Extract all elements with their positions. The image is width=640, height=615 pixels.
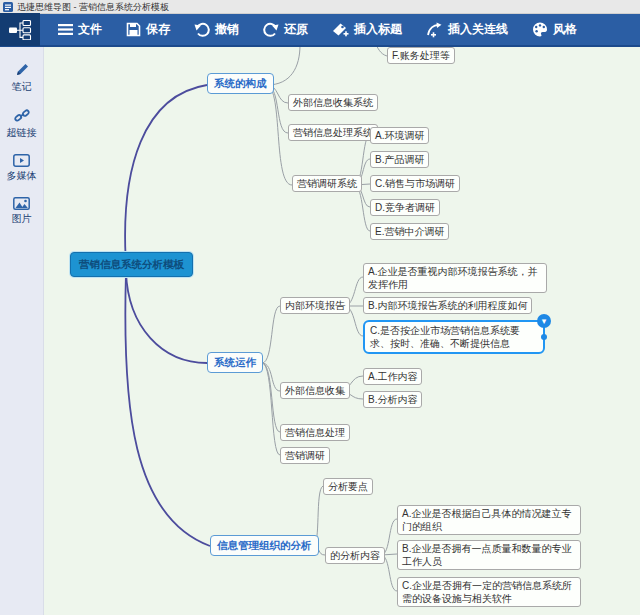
sidebar-item-hyperlink[interactable]: 超链接 [7,108,37,140]
image-icon [13,197,30,210]
left-sidebar: 笔记 超链接 多媒体 图片 [0,47,44,615]
mindmap-node-root[interactable]: 营销信息系统分析模板 [70,252,193,277]
save-button[interactable]: 保存 [118,17,178,42]
mindmap-canvas[interactable]: 营销信息系统分析模板系统的构成系统运作信息管理组织的分析F.账务处理等外部信息收… [44,47,640,615]
undo-label: 撤销 [215,21,239,38]
mindmap-node-n4[interactable]: 营销调研 [280,447,330,464]
toolbar: 文件 保存 撤销 还原 [0,14,640,47]
tag-plus-icon [332,22,349,38]
mindmap-node-b3[interactable]: 信息管理组织的分析 [210,535,319,556]
app-icon [3,2,13,12]
mindmap-node-r5[interactable]: E.营销中介调研 [370,223,449,240]
window-title: 迅捷思维导图 - 营销信息系统分析模板 [17,2,169,12]
menu-icon [58,23,73,36]
mindmap-node-n1b[interactable]: B.内部环境报告系统的利用程度如何 [363,297,532,314]
link-icon [14,108,30,124]
mindmap-node-r2[interactable]: B.产品调研 [370,151,429,168]
mindmap-node-n2b[interactable]: B.分析内容 [363,391,422,408]
file-button[interactable]: 文件 [50,17,110,42]
palette-icon [532,22,548,37]
insert-title-button[interactable]: 插入标题 [324,17,410,42]
mindmap-edge [262,306,280,363]
redo-icon [263,22,279,37]
sidebar-item-note[interactable]: 笔记 [12,63,32,94]
mindmap-node-r3[interactable]: C.销售与市场调研 [370,175,460,192]
mindmap-node-m2c[interactable]: C.企业是否拥有一定的营销信息系统所需的设备设施与相关软件 [397,577,581,607]
media-icon [13,154,30,167]
mindmap-node-n1[interactable]: 内部环境报告 [280,297,350,314]
undo-icon [194,22,210,37]
app-logo[interactable] [0,13,40,46]
mindmap-node-m1[interactable]: 分析要点 [323,478,373,495]
mindmap-node-n2[interactable]: 外部信息收集 [280,382,350,399]
sidebar-hyperlink-label: 超链接 [7,126,37,140]
redo-button[interactable]: 还原 [255,17,316,42]
undo-button[interactable]: 撤销 [186,17,247,42]
save-icon [126,22,141,37]
sidebar-item-image[interactable]: 图片 [12,197,32,226]
save-label: 保存 [146,21,170,38]
mindmap-node-m2b[interactable]: B.企业是否拥有一点质量和数量的专业工作人员 [397,540,581,570]
sidebar-note-label: 笔记 [12,80,32,94]
window-titlebar: 迅捷思维导图 - 营销信息系统分析模板 [0,0,640,14]
sidebar-multimedia-label: 多媒体 [7,169,37,183]
file-label: 文件 [78,21,102,38]
mindmap-node-s3[interactable]: 营销调研系统 [292,175,362,192]
mindmap-node-r1[interactable]: A.环境调研 [370,127,429,144]
sidebar-image-label: 图片 [12,212,32,226]
insert-relation-line-button[interactable]: 插入关连线 [418,17,516,42]
redo-label: 还原 [284,21,308,38]
mindmap-logo-icon [8,20,32,40]
mindmap-edge [125,272,210,546]
style-button[interactable]: 风格 [524,17,585,42]
mindmap-edge [126,272,207,363]
mindmap-node-s2[interactable]: 营销信息处理系统 [288,124,378,141]
curve-plus-icon [426,22,443,38]
mindmap-node-m2[interactable]: 的分析内容 [325,547,385,564]
mindmap-node-f6[interactable]: F.账务处理等 [387,47,455,64]
mindmap-edge [375,47,387,56]
node-handle[interactable] [541,334,547,340]
sidebar-item-multimedia[interactable]: 多媒体 [7,154,37,183]
pencil-icon [14,63,29,78]
collapse-badge-icon[interactable]: ▾ [537,314,551,328]
insert-relation-line-label: 插入关连线 [448,21,508,38]
mindmap-node-r4[interactable]: D.竞争者调研 [370,199,440,216]
mindmap-edge [125,85,207,264]
mindmap-node-n1c[interactable]: C.是否按企业市场营销信息系统要求、按时、准确、不断提供信息▾ [363,320,545,354]
insert-title-label: 插入标题 [354,21,402,38]
mindmap-node-b1[interactable]: 系统的构成 [207,73,274,94]
mindmap-node-b2[interactable]: 系统运作 [207,352,263,373]
toolbar-menu: 文件 保存 撤销 还原 [50,17,585,42]
mindmap-node-m2a[interactable]: A.企业是否根据自己具体的情况建立专门的组织 [397,505,581,535]
mindmap-node-s1[interactable]: 外部信息收集系统 [288,94,378,111]
mindmap-node-n3[interactable]: 营销信息处理 [280,424,350,441]
mindmap-node-n2a[interactable]: A.工作内容 [363,368,422,385]
style-label: 风格 [553,21,577,38]
mindmap-node-n1a[interactable]: A.企业是否重视内部环境报告系统，并发挥作用 [363,263,547,293]
mindmap-edge [262,363,280,455]
